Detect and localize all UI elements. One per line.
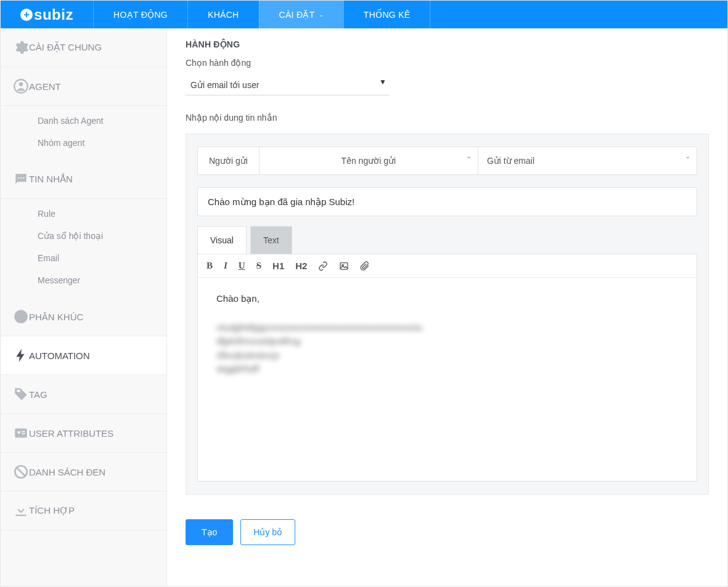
svg-point-1 <box>19 83 23 87</box>
sidebar-item-messages[interactable]: TIN NHẮN <box>1 160 166 199</box>
nav-stats[interactable]: THỐNG KÊ <box>343 1 431 28</box>
link-button[interactable] <box>318 261 328 271</box>
svg-line-11 <box>17 468 25 476</box>
italic-button[interactable]: I <box>224 261 227 271</box>
underline-button[interactable]: U <box>239 261 245 271</box>
nav-customers[interactable]: KHÁCH <box>187 1 259 28</box>
greeting-line: Chào bạn, <box>216 291 678 306</box>
sender-row: Người gửi Tên người gửi ⌄ Gửi từ email ⌄ <box>197 147 697 175</box>
tag-icon <box>13 386 29 402</box>
sidebar-item-user-attributes[interactable]: USER ATTRIBUTES <box>1 414 166 453</box>
sender-email-select[interactable]: Gửi từ email ⌄ <box>478 147 697 174</box>
sidebar-item-blacklist[interactable]: DANH SÁCH ĐEN <box>1 453 166 492</box>
editor-toolbar: B I U S H1 H2 <box>198 254 697 278</box>
h2-button[interactable]: H2 <box>295 261 307 271</box>
body-line: zfbvcjksdvskscjv <box>216 349 678 362</box>
editor-tabs: Visual Text <box>197 226 697 254</box>
create-button[interactable]: Tạo <box>186 519 233 545</box>
h1-button[interactable]: H1 <box>272 261 284 271</box>
compose-panel: Người gửi Tên người gửi ⌄ Gửi từ email ⌄… <box>186 134 709 495</box>
bold-button[interactable]: B <box>207 261 213 271</box>
svg-point-3 <box>20 177 22 179</box>
sidebar-item-general[interactable]: CÀI ĐẶT CHUNG <box>1 28 166 67</box>
gear-icon <box>13 39 29 55</box>
sidebar-label: DANH SÁCH ĐEN <box>29 467 105 477</box>
svg-point-5 <box>17 390 18 392</box>
chevron-down-icon: ⌄ <box>466 152 472 160</box>
action-buttons: Tạo Hủy bỏ <box>186 519 709 545</box>
chevron-down-icon: ⌄ <box>319 11 324 18</box>
sidebar-item-tag[interactable]: TAG <box>1 375 166 414</box>
svg-rect-8 <box>22 431 25 432</box>
sidebar-label: TIN NHẮN <box>29 174 73 185</box>
sidebar-item-automation[interactable]: AUTOMATION <box>1 336 166 375</box>
sidebar-item-agent[interactable]: AGENT <box>1 67 166 106</box>
download-icon <box>13 503 29 519</box>
ban-icon <box>13 464 29 480</box>
body-line: rAvdgfhdfgignnnnnnnnnnnnnnnnnnnnnnnnnnnn… <box>216 321 678 334</box>
body-line: dfjpfufhmvuedpvdRug <box>216 334 678 348</box>
app-frame: +subiz HOẠT ĐỘNG KHÁCH CÀI ĐẶT ⌄ THỐNG K… <box>0 0 728 587</box>
sender-name-select[interactable]: Tên người gửi ⌄ <box>260 147 478 174</box>
section-title: HÀNH ĐỘNG <box>186 39 709 49</box>
svg-point-4 <box>23 177 24 179</box>
top-nav: +subiz HOẠT ĐỘNG KHÁCH CÀI ĐẶT ⌄ THỐNG K… <box>1 1 727 28</box>
editor: B I U S H1 H2 Chào bạn, rAvdgfhdfgignnnn… <box>197 254 697 482</box>
sidebar-label: AUTOMATION <box>29 350 90 361</box>
svg-rect-12 <box>340 262 348 269</box>
image-button[interactable] <box>339 261 349 271</box>
tab-visual[interactable]: Visual <box>197 226 247 254</box>
action-select[interactable] <box>186 75 389 95</box>
sidebar-label: AGENT <box>29 81 61 92</box>
body-line: skggbfrfutff <box>216 362 678 376</box>
svg-point-7 <box>18 431 20 434</box>
brand-text: subiz <box>34 6 73 23</box>
svg-rect-6 <box>15 428 27 437</box>
chat-icon <box>13 171 29 187</box>
sender-label: Người gửi <box>198 147 260 174</box>
sidebar-label: CÀI ĐẶT CHUNG <box>29 42 102 53</box>
subject-input[interactable] <box>197 187 697 216</box>
attachment-button[interactable] <box>360 261 370 271</box>
sidebar-sub-email[interactable]: Email <box>1 247 166 269</box>
sidebar: CÀI ĐẶT CHUNG AGENT Danh sách Agent Nhóm… <box>1 28 167 586</box>
svg-rect-9 <box>22 433 25 434</box>
sidebar-sub-agent-list[interactable]: Danh sách Agent <box>1 110 166 132</box>
svg-point-2 <box>18 177 19 179</box>
action-label: Chọn hành động <box>186 58 709 68</box>
idcard-icon <box>13 425 29 441</box>
sidebar-label: PHÂN KHÚC <box>29 312 83 322</box>
plus-icon: + <box>20 9 33 21</box>
nav-activity[interactable]: HOẠT ĐỘNG <box>93 1 187 28</box>
brand-logo[interactable]: +subiz <box>1 1 93 28</box>
sidebar-label: USER ATTRIBUTES <box>29 428 113 439</box>
cancel-button[interactable]: Hủy bỏ <box>240 519 295 545</box>
sidebar-sub-rule[interactable]: Rule <box>1 203 166 225</box>
sidebar-item-segment[interactable]: PHÂN KHÚC <box>1 298 166 336</box>
chevron-down-icon: ⌄ <box>685 152 690 160</box>
sidebar-sub-chat-window[interactable]: Cửa sổ hội thoại <box>1 225 166 247</box>
user-icon <box>13 78 29 94</box>
strikethrough-button[interactable]: S <box>256 261 261 271</box>
nav-settings[interactable]: CÀI ĐẶT ⌄ <box>259 1 343 28</box>
message-label: Nhập nội dung tin nhắn <box>186 113 709 123</box>
sidebar-item-integration[interactable]: TÍCH HỢP <box>1 492 166 530</box>
tab-text[interactable]: Text <box>250 226 292 254</box>
editor-body[interactable]: Chào bạn, rAvdgfhdfgignnnnnnnnnnnnnnnnnn… <box>198 278 697 481</box>
pie-icon <box>13 309 29 325</box>
sidebar-label: TÍCH HỢP <box>29 505 75 516</box>
bolt-icon <box>13 347 29 363</box>
sidebar-sub-agent-group[interactable]: Nhóm agent <box>1 132 166 154</box>
sidebar-label: TAG <box>29 389 47 400</box>
sidebar-sub-messenger[interactable]: Messenger <box>1 269 166 291</box>
main-content: HÀNH ĐỘNG Chọn hành động ▼ Nhập nội dung… <box>167 28 727 586</box>
